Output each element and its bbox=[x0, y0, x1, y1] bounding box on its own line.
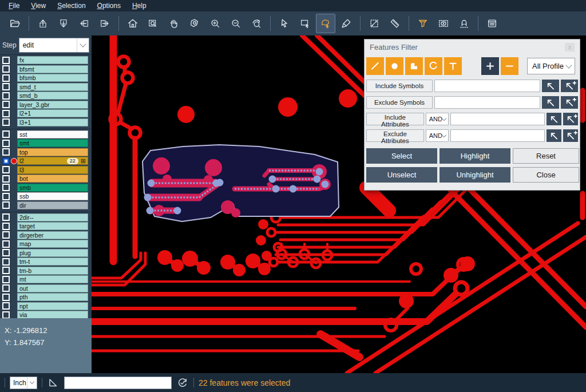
layer-row-pth[interactable]: pth bbox=[0, 293, 92, 301]
layer-checkbox[interactable] bbox=[2, 184, 10, 191]
layer-row-tm-b[interactable]: tm-b bbox=[0, 267, 92, 275]
unselect-button[interactable]: Unselect bbox=[366, 167, 437, 183]
close-icon[interactable]: x bbox=[565, 43, 575, 52]
filter-text-icon[interactable] bbox=[444, 57, 462, 75]
layer-row-l2[interactable]: l222⊞ bbox=[0, 157, 92, 165]
step-select[interactable]: edit bbox=[19, 38, 89, 53]
layer-row-sst[interactable]: sst bbox=[0, 130, 92, 138]
layer-checkbox[interactable] bbox=[2, 249, 10, 256]
select-arrow-icon[interactable] bbox=[275, 14, 294, 33]
layer-row-smd-b[interactable]: smd_b bbox=[0, 92, 92, 100]
layer-checkbox[interactable] bbox=[2, 240, 10, 248]
zoom-polygon-icon[interactable] bbox=[185, 14, 204, 33]
layer-row-bfsmt[interactable]: bfsmt bbox=[0, 65, 92, 73]
layers-panel-icon[interactable] bbox=[482, 14, 502, 33]
select-button[interactable]: Select bbox=[366, 148, 437, 164]
layer-color-bar[interactable]: target bbox=[17, 222, 88, 230]
layer-row-l3-1[interactable]: l3+1 bbox=[0, 118, 92, 126]
remove-filter-icon[interactable] bbox=[501, 57, 518, 75]
layer-checkbox[interactable] bbox=[2, 140, 10, 147]
layer-checkbox[interactable] bbox=[2, 65, 10, 73]
layer-checkbox[interactable] bbox=[2, 223, 10, 230]
pick-add-from-canvas-icon[interactable] bbox=[561, 96, 578, 109]
layer-row-l3[interactable]: l3 bbox=[0, 166, 92, 174]
layer-row-bot[interactable]: bot bbox=[0, 175, 92, 183]
include-attributes-operator-select[interactable]: AND bbox=[426, 113, 449, 125]
profile-select[interactable]: All Profile bbox=[527, 58, 575, 74]
layer-color-bar[interactable]: pth bbox=[17, 293, 88, 301]
pan-up-icon[interactable] bbox=[33, 14, 53, 33]
pick-from-canvas-icon[interactable] bbox=[547, 129, 561, 142]
zoom-in-icon[interactable] bbox=[205, 14, 225, 33]
pick-from-canvas-icon[interactable] bbox=[542, 96, 559, 109]
layer-checkbox[interactable] bbox=[2, 157, 10, 165]
open-folder-icon[interactable] bbox=[5, 14, 25, 33]
features-filter-icon[interactable] bbox=[413, 14, 433, 33]
snap-icon[interactable] bbox=[454, 14, 474, 33]
layer-checkbox[interactable] bbox=[2, 193, 10, 200]
measure-point-icon[interactable] bbox=[365, 14, 384, 33]
layer-row-dir[interactable]: dir bbox=[0, 201, 92, 209]
close-button[interactable]: Close bbox=[513, 167, 579, 183]
layer-row-npt[interactable]: npt bbox=[0, 302, 92, 310]
zoom-area-icon[interactable] bbox=[144, 14, 163, 33]
layer-checkbox[interactable] bbox=[2, 302, 10, 310]
layer-row-l2-1[interactable]: l2+1 bbox=[0, 109, 92, 117]
layer-checkbox[interactable] bbox=[2, 213, 10, 221]
layer-color-bar[interactable]: npt bbox=[17, 302, 88, 310]
layer-row-map[interactable]: map bbox=[0, 240, 92, 248]
layer-row-2dir-[interactable]: 2dir-- bbox=[0, 213, 92, 221]
exclude-attributes-operator-select[interactable]: AND bbox=[426, 129, 449, 142]
layer-checkbox[interactable] bbox=[2, 101, 10, 108]
layer-checkbox[interactable] bbox=[2, 74, 10, 82]
layer-checkbox[interactable] bbox=[2, 175, 10, 183]
menu-options[interactable]: Options bbox=[92, 1, 126, 11]
layer-color-bar[interactable]: l2+1 bbox=[17, 109, 88, 117]
command-input[interactable] bbox=[64, 377, 172, 389]
layer-color-bar[interactable]: dirgerber bbox=[17, 231, 88, 239]
layer-checkbox[interactable] bbox=[2, 267, 10, 274]
include-attributes-button[interactable]: Include Attributes bbox=[366, 113, 424, 125]
layer-color-bar[interactable]: tm-b bbox=[17, 267, 88, 275]
layer-checkbox[interactable] bbox=[2, 148, 10, 156]
snap-angle-icon[interactable] bbox=[47, 377, 60, 389]
pan-down-icon[interactable] bbox=[54, 14, 73, 33]
select-rect-icon[interactable] bbox=[295, 14, 315, 33]
layer-row-smt[interactable]: smt bbox=[0, 139, 92, 147]
layer-color-bar[interactable]: out bbox=[17, 284, 88, 292]
pan-left-icon[interactable] bbox=[74, 14, 94, 33]
layer-row-mt[interactable]: mt bbox=[0, 275, 92, 283]
highlight-button[interactable]: Highlight bbox=[440, 148, 510, 164]
layer-color-bar[interactable]: bfsmt bbox=[17, 65, 88, 73]
filter-pad-icon[interactable] bbox=[386, 57, 403, 75]
layer-row-ssb[interactable]: ssb bbox=[0, 192, 92, 200]
pick-add-from-canvas-icon[interactable] bbox=[563, 113, 578, 125]
include-symbols-input[interactable] bbox=[434, 80, 540, 92]
layer-color-bar[interactable]: smt bbox=[17, 139, 88, 147]
menu-view[interactable]: View bbox=[26, 1, 51, 11]
layer-row-dirgerber[interactable]: dirgerber bbox=[0, 231, 92, 239]
layer-color-bar[interactable]: bot bbox=[17, 175, 88, 183]
layer-color-bar[interactable]: smd_t bbox=[17, 83, 88, 91]
layer-color-bar[interactable]: smd_b bbox=[17, 92, 88, 100]
layer-checkbox[interactable] bbox=[2, 258, 10, 266]
zoom-previous-icon[interactable] bbox=[247, 14, 266, 33]
layer-color-bar[interactable]: l3 bbox=[17, 166, 88, 174]
layer-row-smb[interactable]: smb bbox=[0, 184, 92, 192]
layer-checkbox[interactable] bbox=[2, 83, 10, 90]
layer-color-bar[interactable]: smb bbox=[17, 184, 88, 192]
filter-arc-icon[interactable] bbox=[425, 57, 442, 75]
layer-row-smd-t[interactable]: smd_t bbox=[0, 83, 92, 91]
layer-row-target[interactable]: target bbox=[0, 222, 92, 230]
layer-color-bar[interactable]: bfsmb bbox=[17, 74, 88, 82]
selection-polygon[interactable] bbox=[142, 145, 339, 221]
pan-hand-icon[interactable] bbox=[164, 14, 184, 33]
layer-color-bar[interactable]: via bbox=[17, 311, 88, 319]
measure-ruler-icon[interactable] bbox=[385, 14, 405, 33]
layer-row-layer-3-gbr[interactable]: layer_3.gbr bbox=[0, 101, 92, 109]
layer-checkbox[interactable] bbox=[2, 130, 10, 138]
exclude-attributes-input[interactable] bbox=[450, 129, 545, 142]
layer-row-plug[interactable]: plug bbox=[0, 249, 92, 257]
menu-help[interactable]: Help bbox=[127, 1, 152, 11]
add-filter-icon[interactable] bbox=[481, 57, 499, 75]
